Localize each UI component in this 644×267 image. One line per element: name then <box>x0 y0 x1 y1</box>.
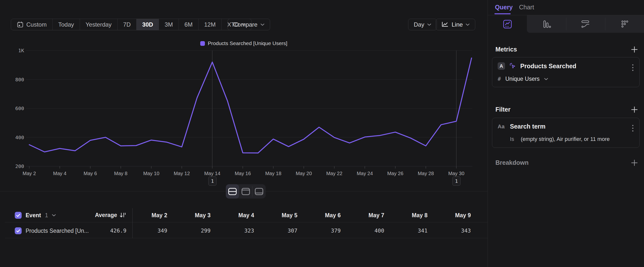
aggregation-symbol: # <box>498 76 501 82</box>
x-axis-label: May 30 <box>448 171 464 176</box>
row-checkbox[interactable] <box>15 227 22 234</box>
chart-only-view-button[interactable] <box>239 184 252 198</box>
table-only-view-icon <box>255 188 263 195</box>
tab-chart[interactable]: Chart <box>519 4 534 11</box>
x-axis-label: May 20 <box>296 171 312 176</box>
range-6m-button[interactable]: 6M <box>178 19 198 30</box>
filter-operator[interactable]: Is <box>510 136 516 142</box>
table-cell: 400 <box>345 228 384 234</box>
filter-card[interactable]: Aa Search term Is (empty string), Air pu… <box>492 118 640 148</box>
average-label: Average <box>95 212 117 218</box>
filter-value[interactable]: (empty string), Air purifier, or 11 more <box>521 136 610 142</box>
event-column-header: Event <box>26 212 41 219</box>
chart-type-tabs <box>488 15 644 33</box>
range-today-button[interactable]: Today <box>52 19 80 30</box>
table-cell: 349 <box>128 228 167 234</box>
property-type-badge: Aa <box>498 123 506 130</box>
table-cell: 307 <box>258 228 298 234</box>
range-label: 6M <box>184 21 192 28</box>
date-column-header: May 9 <box>432 212 471 219</box>
event-cursor-icon <box>509 62 516 70</box>
x-axis-label: May 14 <box>204 171 220 176</box>
chevron-down-icon <box>427 24 431 26</box>
granularity-label: Day <box>414 21 424 28</box>
add-breakdown-button[interactable] <box>630 159 638 167</box>
x-axis-label: May 10 <box>143 171 160 176</box>
x-axis-label: May 22 <box>326 171 342 176</box>
range-label: 7D <box>123 21 131 28</box>
date-column-header: May 7 <box>345 212 384 219</box>
date-column-header: May 4 <box>215 212 254 219</box>
chevron-down-icon <box>260 24 264 26</box>
range-12m-button[interactable]: 12M <box>198 19 222 30</box>
line-chart[interactable]: 1K800600400200May 2May 4May 6May 8May 10… <box>0 39 488 191</box>
dots-grid-icon <box>620 20 629 29</box>
add-metric-button[interactable] <box>630 45 638 54</box>
insights-line-chart-tab[interactable] <box>488 15 527 33</box>
y-axis-label: 200 <box>15 163 24 169</box>
range-label: Today <box>58 21 74 28</box>
x-axis-label: May 4 <box>53 171 66 176</box>
chevron-down-icon <box>466 24 470 26</box>
series-letter-badge: A <box>498 62 505 70</box>
granularity-dropdown[interactable]: Day <box>408 19 437 30</box>
table-row-divider <box>5 238 488 238</box>
range-custom-button[interactable]: Custom <box>11 19 52 30</box>
add-filter-button[interactable] <box>630 105 638 114</box>
date-column-header: May 6 <box>301 212 341 219</box>
series-line[interactable] <box>29 58 472 153</box>
sort-descending-icon <box>120 212 126 218</box>
y-axis-label: 600 <box>15 105 24 111</box>
calendar-icon <box>17 21 24 28</box>
table-header-divider <box>5 222 488 222</box>
chart-type-dropdown[interactable]: Line <box>436 19 475 30</box>
view-toggle-group <box>226 184 266 198</box>
annotation-marker[interactable]: 1 <box>208 176 216 186</box>
compare-button[interactable]: Compare <box>228 19 270 30</box>
breakdown-heading: Breakdown <box>496 159 529 166</box>
range-7d-button[interactable]: 7D <box>117 19 136 30</box>
chart-only-view-icon <box>242 188 250 195</box>
dots-grid-tab[interactable] <box>605 15 644 33</box>
x-axis-label: May 8 <box>114 171 128 176</box>
range-label: 12M <box>204 21 216 28</box>
check-icon <box>16 214 20 217</box>
chart-area[interactable]: 1K800600400200May 2May 4May 6May 8May 10… <box>0 39 488 191</box>
split-view-button[interactable] <box>226 184 239 198</box>
metric-menu-button[interactable] <box>631 63 634 72</box>
line-chart-icon <box>441 22 449 28</box>
metric-card[interactable]: A Products Searched # Unique Users <box>492 57 640 87</box>
x-axis-label: May 2 <box>23 171 36 176</box>
date-column-header: May 3 <box>171 212 210 219</box>
date-column-header: May 2 <box>128 212 167 219</box>
filter-menu-button[interactable] <box>631 124 634 133</box>
range-3m-button[interactable]: 3M <box>159 19 178 30</box>
flow-chart-tab[interactable] <box>566 15 605 33</box>
compare-label: Compare <box>233 21 258 28</box>
select-all-checkbox[interactable] <box>15 212 22 219</box>
chevron-down-icon <box>544 78 548 80</box>
range-label: Custom <box>26 21 47 28</box>
annotation-marker[interactable]: 1 <box>452 176 460 186</box>
tab-query[interactable]: Query <box>495 4 513 11</box>
x-axis-label: May 24 <box>357 171 373 176</box>
y-axis-label: 1K <box>18 48 24 54</box>
aggregation-selector[interactable]: Unique Users <box>505 76 540 82</box>
range-yesterday-button[interactable]: Yesterday <box>80 19 117 30</box>
chevron-down-icon[interactable] <box>52 214 56 216</box>
range-30d-button[interactable]: 30D <box>136 19 159 30</box>
average-column-header[interactable]: Average <box>74 212 126 218</box>
bar-chart-tab[interactable] <box>527 15 566 33</box>
x-axis-label: May 16 <box>235 171 251 176</box>
event-count: 1 <box>45 212 48 219</box>
x-axis-label: May 12 <box>174 171 190 176</box>
y-axis-label: 400 <box>15 134 24 140</box>
x-axis-label: May 18 <box>265 171 282 176</box>
table-only-view-button[interactable] <box>252 184 266 198</box>
line-chart-square-icon <box>502 19 512 29</box>
date-column-header: May 5 <box>258 212 298 219</box>
range-label: 30D <box>142 21 153 28</box>
filter-property-name[interactable]: Search term <box>510 123 546 130</box>
metric-name[interactable]: Products Searched <box>520 63 576 70</box>
x-axis-label: May 26 <box>387 171 404 176</box>
